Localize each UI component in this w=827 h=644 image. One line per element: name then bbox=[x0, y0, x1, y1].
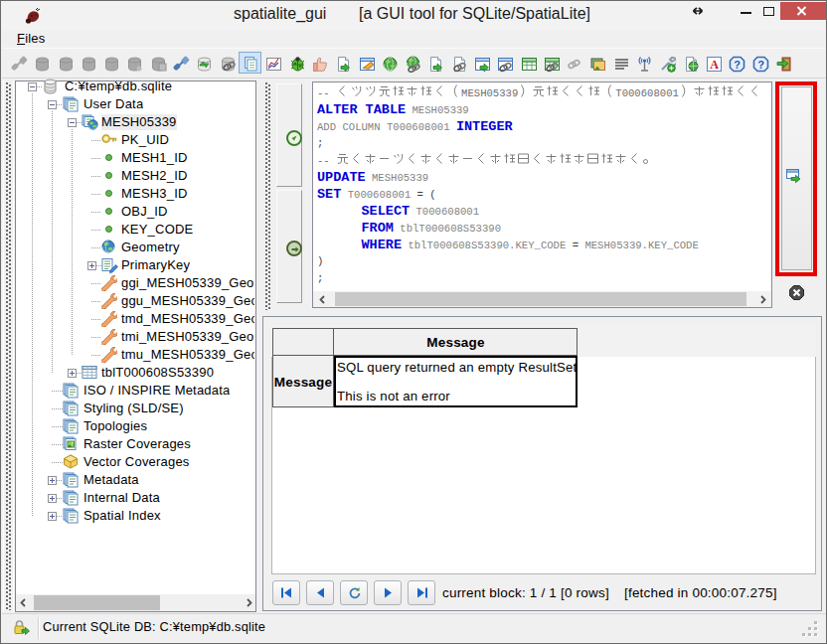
svg-text:A: A bbox=[710, 58, 719, 72]
svg-text:?: ? bbox=[734, 59, 741, 71]
svg-text:?: ? bbox=[757, 59, 764, 71]
